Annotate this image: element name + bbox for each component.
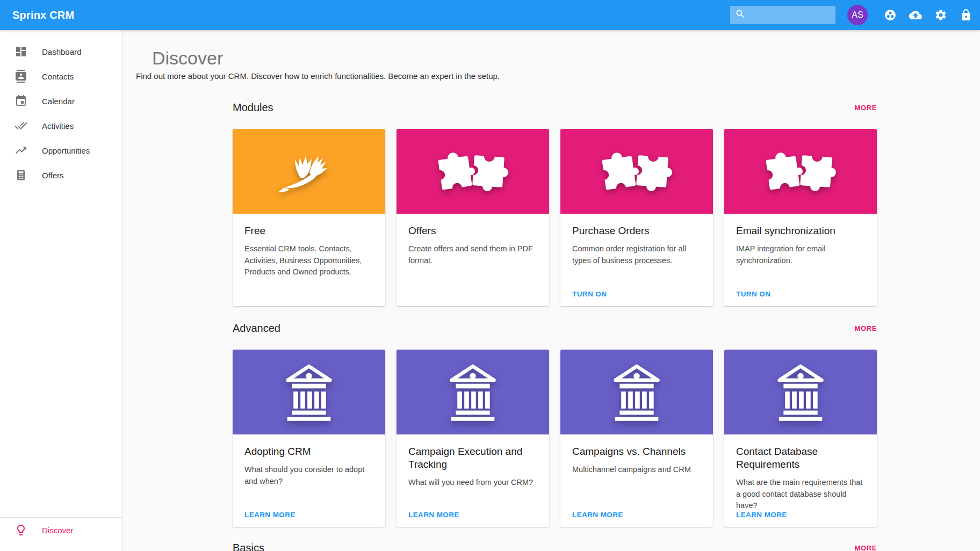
learn-more-link[interactable]: LEARN MORE [736, 511, 787, 519]
sidebar-item-label: Dashboard [42, 47, 81, 56]
main-content: Discover Find out more about your CRM. D… [122, 30, 980, 551]
card-row: Adopting CRM What should you consider to… [233, 350, 877, 527]
sidebar-item-about[interactable]: About [0, 542, 122, 551]
sidebar-item-discover[interactable]: Discover [0, 518, 122, 542]
bank-icon [283, 363, 335, 421]
card-description: What should you consider to adopt and wh… [244, 464, 373, 488]
sidebar-item-label: Discover [42, 526, 73, 535]
app-title: Sprinx CRM [12, 9, 74, 21]
card-body: Purchase Orders Common order registratio… [560, 214, 713, 266]
sidebar-item-dashboard[interactable]: Dashboard [0, 39, 122, 64]
calculator-icon [15, 169, 27, 182]
card-body: Email synchronization IMAP integration f… [724, 214, 877, 266]
puzzle-icon [760, 142, 841, 201]
card-description: Common order registration for all types … [572, 243, 701, 267]
cloud-upload-icon[interactable] [909, 9, 922, 21]
section-title: Advanced [233, 322, 280, 335]
app-header: Sprinx CRM AS [0, 0, 980, 30]
card-description: Multichannel campaigns and CRM [572, 464, 701, 476]
card-banner [560, 129, 713, 214]
calendar-icon [15, 95, 27, 107]
card-description: What are the main requirements that a go… [736, 477, 865, 512]
card-contact-database-requirements[interactable]: Contact Database Requirements What are t… [724, 350, 877, 527]
dashboard-icon [15, 45, 27, 58]
section-head: Advanced MORE [233, 322, 877, 335]
card-title: Free [244, 224, 373, 237]
section-head: Basics MORE [233, 542, 877, 551]
section-modules: Modules MORE Free Essenti [233, 102, 877, 306]
learn-more-link[interactable]: LEARN MORE [408, 511, 459, 519]
group-work-icon[interactable] [884, 9, 897, 21]
page-subtitle: Find out more about your CRM. Discover h… [136, 71, 980, 81]
sidebar-item-label: Offers [42, 171, 64, 180]
sidebar-nav-list: Dashboard Contacts Calendar Activities O… [0, 30, 122, 187]
card-body: Campaigns vs. Channels Multichannel camp… [560, 434, 713, 476]
sidebar-item-label: Calendar [42, 97, 75, 106]
more-link-advanced[interactable]: MORE [855, 324, 877, 332]
card-title: Purchase Orders [572, 224, 701, 237]
card-title: Campaigns vs. Channels [572, 445, 701, 458]
sidebar-item-contacts[interactable]: Contacts [0, 64, 122, 89]
card-row: Free Essential CRM tools. Contacts, Acti… [233, 129, 877, 306]
card-title: Offers [408, 224, 537, 237]
card-body: Contact Database Requirements What are t… [724, 434, 877, 512]
search-input[interactable] [730, 6, 835, 24]
card-purchase-orders[interactable]: Purchase Orders Common order registratio… [560, 129, 713, 306]
turn-on-link[interactable]: TURN ON [572, 290, 607, 298]
card-title: Email synchronization [736, 224, 865, 237]
card-campaign-execution[interactable]: Campaign Execution and Tracking What wil… [397, 350, 549, 527]
lock-icon[interactable] [960, 9, 972, 21]
learn-more-link[interactable]: LEARN MORE [572, 511, 623, 519]
sidebar-bottom: Discover About [0, 517, 122, 551]
sidebar-item-opportunities[interactable]: Opportunities [0, 138, 122, 163]
card-email-synchronization[interactable]: Email synchronization IMAP integration f… [724, 129, 877, 306]
card-banner [560, 350, 713, 434]
contacts-icon [15, 70, 27, 83]
search-icon [735, 9, 746, 21]
sidebar-item-label: Contacts [42, 72, 74, 81]
sidebar-item-activities[interactable]: Activities [0, 113, 122, 138]
card-offers[interactable]: Offers Create offers and send them in PD… [397, 129, 549, 306]
card-campaigns-vs-channels[interactable]: Campaigns vs. Channels Multichannel camp… [560, 350, 713, 527]
turn-on-link[interactable]: TURN ON [736, 290, 770, 298]
sections-container: Modules MORE Free Essenti [233, 102, 877, 551]
sidebar-item-offers[interactable]: Offers [0, 163, 122, 187]
lightbulb-icon [15, 524, 27, 536]
card-adopting-crm[interactable]: Adopting CRM What should you consider to… [233, 350, 385, 527]
sidebar-item-label: Activities [42, 121, 74, 130]
sidebar-item-label: Opportunities [42, 146, 90, 155]
section-head: Modules MORE [233, 102, 877, 114]
bank-icon [447, 363, 499, 421]
page-title: Discover [152, 47, 980, 69]
card-description: Create offers and send them in PDF forma… [408, 243, 537, 267]
card-banner [724, 129, 877, 214]
done-all-icon [15, 119, 27, 132]
learn-more-link[interactable]: LEARN MORE [244, 511, 296, 519]
card-banner [233, 129, 385, 214]
dove-icon [275, 144, 343, 198]
card-description: IMAP integration for email synchronizati… [736, 243, 865, 267]
card-banner [397, 350, 549, 434]
puzzle-icon [433, 142, 513, 201]
card-free[interactable]: Free Essential CRM tools. Contacts, Acti… [233, 129, 385, 306]
card-title: Contact Database Requirements [736, 445, 865, 471]
more-link-basics[interactable]: MORE [855, 544, 877, 551]
avatar-initials: AS [852, 10, 863, 20]
section-basics: Basics MORE [233, 542, 877, 551]
bank-icon [611, 363, 662, 421]
avatar[interactable]: AS [847, 5, 868, 25]
card-banner [724, 350, 877, 434]
card-title: Campaign Execution and Tracking [408, 445, 537, 471]
section-advanced: Advanced MORE [233, 322, 877, 527]
card-description: Essential CRM tools. Contacts, Activitie… [244, 243, 373, 278]
bank-icon [775, 363, 826, 421]
more-link-modules[interactable]: MORE [855, 104, 877, 112]
card-body: Free Essential CRM tools. Contacts, Acti… [233, 214, 385, 278]
settings-icon[interactable] [934, 9, 947, 21]
section-title: Basics [233, 542, 264, 551]
sidebar-item-calendar[interactable]: Calendar [0, 89, 122, 113]
card-banner [233, 350, 385, 434]
card-banner [397, 129, 549, 214]
trending-up-icon [15, 144, 27, 157]
sidebar: Dashboard Contacts Calendar Activities O… [0, 30, 122, 551]
